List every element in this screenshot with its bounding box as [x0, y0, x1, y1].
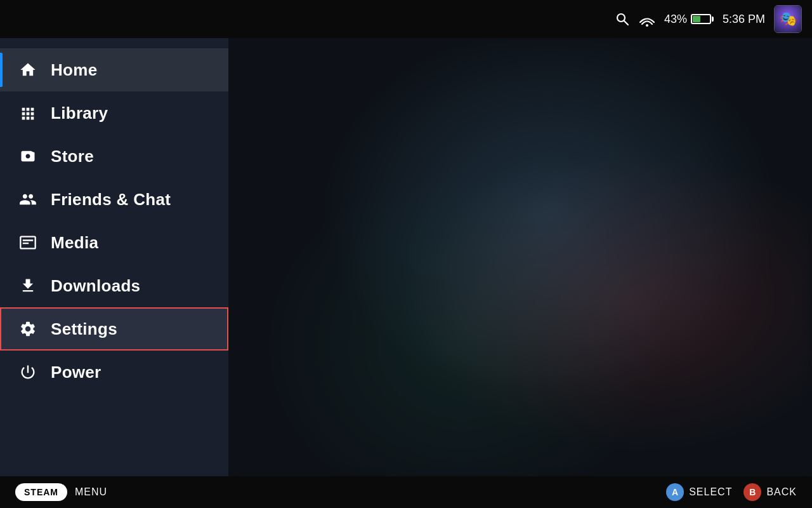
- back-label: BACK: [766, 486, 797, 498]
- svg-point-2: [646, 24, 648, 27]
- sidebar-item-media[interactable]: Media: [0, 221, 228, 264]
- avatar-image: 🎭: [775, 6, 801, 32]
- sidebar: Home Library Store Friends & Chat Media …: [0, 38, 228, 476]
- back-action: B BACK: [743, 483, 797, 501]
- bottom-right: A SELECT B BACK: [666, 483, 797, 501]
- svg-point-0: [617, 14, 625, 22]
- status-icons: 43% 5:36 PM 🎭: [615, 5, 802, 33]
- main-content: [228, 38, 812, 476]
- menu-label: MENU: [75, 486, 107, 498]
- library-icon: [18, 103, 38, 123]
- home-icon: [18, 60, 38, 80]
- friends-icon: [18, 189, 38, 210]
- store-icon: [18, 146, 38, 166]
- sidebar-item-store[interactable]: Store: [0, 135, 228, 178]
- battery-percentage: 43%: [664, 13, 687, 26]
- background-blur: [228, 38, 812, 476]
- settings-icon: [18, 319, 38, 339]
- steam-button[interactable]: STEAM: [15, 483, 67, 501]
- media-icon: [18, 232, 38, 253]
- sidebar-item-downloads[interactable]: Downloads: [0, 264, 228, 307]
- user-avatar[interactable]: 🎭: [774, 5, 802, 33]
- sidebar-item-home[interactable]: Home: [0, 48, 228, 91]
- home-label: Home: [51, 60, 97, 80]
- power-icon: [18, 362, 38, 382]
- sidebar-item-settings[interactable]: Settings: [0, 307, 228, 351]
- battery-icon: [691, 14, 714, 24]
- sidebar-item-library[interactable]: Library: [0, 91, 228, 135]
- clock: 5:36 PM: [723, 13, 765, 26]
- cast-icon[interactable]: [639, 11, 655, 27]
- a-button[interactable]: A: [666, 483, 684, 501]
- b-button[interactable]: B: [743, 483, 761, 501]
- svg-line-1: [624, 21, 628, 25]
- store-label: Store: [51, 147, 94, 166]
- top-bar: 43% 5:36 PM 🎭: [0, 0, 812, 38]
- search-icon[interactable]: [615, 11, 630, 27]
- sidebar-item-power[interactable]: Power: [0, 351, 228, 394]
- sidebar-item-friends[interactable]: Friends & Chat: [0, 178, 228, 221]
- settings-label: Settings: [51, 319, 117, 339]
- media-label: Media: [51, 233, 98, 253]
- select-label: SELECT: [689, 486, 732, 498]
- select-action: A SELECT: [666, 483, 732, 501]
- bottom-left: STEAM MENU: [15, 483, 107, 501]
- library-label: Library: [51, 104, 108, 123]
- battery-status: 43%: [664, 13, 714, 26]
- downloads-label: Downloads: [51, 276, 140, 296]
- downloads-icon: [18, 276, 38, 296]
- bottom-bar: STEAM MENU A SELECT B BACK: [0, 476, 812, 508]
- friends-label: Friends & Chat: [51, 190, 171, 210]
- power-label: Power: [51, 363, 102, 382]
